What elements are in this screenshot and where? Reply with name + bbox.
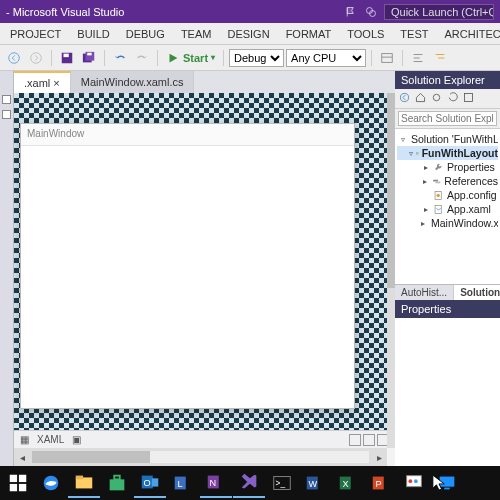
config-select[interactable]: Debug (229, 49, 284, 67)
redo-icon[interactable] (132, 49, 152, 67)
powerpoint-icon[interactable]: P (365, 468, 397, 498)
se-home-icon[interactable] (414, 91, 427, 106)
toolbox-icon (2, 95, 11, 104)
menu-debug[interactable]: DEBUG (120, 26, 171, 42)
solution-tree[interactable]: ▿ Solution 'FunWithLay ▿ C# FunWithLayou… (395, 129, 500, 284)
menu-architecture[interactable]: ARCHITECTURE (438, 26, 500, 42)
svg-text:X: X (343, 479, 349, 489)
quick-launch-input[interactable]: Quick Launch (Ctrl+Q) (384, 4, 494, 20)
nav-fwd-icon[interactable] (26, 49, 46, 67)
svg-point-25 (436, 193, 439, 196)
menu-build[interactable]: BUILD (71, 26, 115, 42)
vs-icon[interactable] (233, 468, 265, 498)
xaml-pane-label[interactable]: XAML (37, 434, 64, 445)
svg-rect-22 (433, 179, 438, 181)
feedback-icon[interactable] (364, 5, 378, 19)
tab-mainwindow-cs[interactable]: MainWindow.xaml.cs (71, 71, 195, 93)
notification-flag-icon[interactable] (344, 5, 358, 19)
csproj-icon: C# (416, 148, 419, 159)
svg-text:>_: >_ (276, 479, 286, 488)
start-button[interactable] (2, 468, 34, 498)
cmd-icon[interactable]: >_ (266, 468, 298, 498)
config-icon (433, 190, 444, 201)
tab-xaml[interactable]: .xaml × (14, 71, 71, 93)
title-bar: - Microsoft Visual Studio Quick Launch (… (0, 0, 500, 23)
appxaml-node[interactable]: ▸ App.xaml (397, 202, 498, 216)
svg-rect-35 (110, 479, 125, 490)
svg-rect-17 (464, 93, 472, 101)
xaml-icon (433, 204, 444, 215)
explorer-icon[interactable] (68, 468, 100, 498)
split-vertical-icon[interactable] (363, 434, 375, 446)
solution-explorer-toolbar (395, 89, 500, 109)
mainwindowxaml-node[interactable]: ▸ MainWindow.xa (397, 216, 498, 230)
onenote-icon[interactable]: N (200, 468, 232, 498)
project-node[interactable]: ▿ C# FunWithLayout (397, 146, 498, 160)
align-icon[interactable] (408, 49, 428, 67)
refs-icon (432, 176, 442, 187)
menu-tools[interactable]: TOOLS (341, 26, 390, 42)
solution-search-input[interactable] (398, 111, 497, 126)
nav-back-icon[interactable] (4, 49, 24, 67)
menu-format[interactable]: FORMAT (280, 26, 338, 42)
paint-icon[interactable] (398, 468, 430, 498)
v-scrollbar[interactable] (387, 93, 395, 448)
properties-panel[interactable] (395, 318, 500, 467)
se-back-icon[interactable] (398, 91, 411, 106)
svg-text:N: N (210, 478, 217, 488)
lync-icon[interactable]: L (167, 468, 199, 498)
properties-node[interactable]: ▸ Properties (397, 160, 498, 174)
svg-text:L: L (178, 479, 183, 489)
menu-design[interactable]: DESIGN (221, 26, 275, 42)
left-tool-strip[interactable] (0, 71, 14, 466)
menu-project[interactable]: PROJECT (4, 26, 67, 42)
word-icon[interactable]: W (299, 468, 331, 498)
svg-text:P: P (376, 479, 382, 489)
svg-text:C#: C# (417, 153, 419, 154)
panel-tab-solution[interactable]: Solution... (454, 285, 500, 300)
svg-rect-9 (382, 53, 393, 62)
app-title: - Microsoft Visual Studio (6, 6, 124, 18)
svg-rect-23 (435, 181, 440, 183)
excel-icon[interactable]: X (332, 468, 364, 498)
align2-icon[interactable] (430, 49, 450, 67)
solution-explorer-title: Solution Explorer (395, 71, 500, 89)
designer-window[interactable]: MainWindow (20, 123, 355, 409)
collapse-pane-icon[interactable]: ▣ (72, 434, 81, 445)
ie-icon[interactable] (35, 468, 67, 498)
properties-title: Properties (395, 300, 500, 318)
outlook-icon[interactable]: O (134, 468, 166, 498)
right-panel-tabs: AutoHist... Solution... T (395, 284, 500, 300)
svg-point-3 (31, 52, 42, 63)
start-debug-button[interactable]: Start ▾ (163, 49, 218, 67)
wrench-icon (433, 162, 444, 173)
svg-rect-31 (19, 484, 26, 491)
h-scrollbar[interactable]: ◂▸ (14, 448, 387, 466)
designer-footer-bar: ▦ XAML ▣ (14, 430, 395, 448)
svg-point-53 (409, 479, 413, 483)
se-sync-icon[interactable] (430, 91, 443, 106)
menu-test[interactable]: TEST (394, 26, 434, 42)
se-refresh-icon[interactable] (446, 91, 459, 106)
menu-team[interactable]: TEAM (175, 26, 218, 42)
menu-bar: PROJECT BUILD DEBUG TEAM DESIGN FORMAT T… (0, 23, 500, 45)
save-icon[interactable] (57, 49, 77, 67)
save-all-icon[interactable] (79, 49, 99, 67)
solution-node[interactable]: ▿ Solution 'FunWithLay (397, 132, 498, 146)
appconfig-node[interactable]: App.config (397, 188, 498, 202)
layout-icon[interactable] (377, 49, 397, 67)
designer-canvas[interactable]: MainWindow ▦ XAML ▣ ◂▸ (14, 93, 395, 466)
svg-rect-8 (87, 52, 91, 55)
svg-rect-5 (64, 53, 69, 57)
undo-icon[interactable] (110, 49, 130, 67)
main-toolbar: Start ▾ Debug Any CPU (0, 45, 500, 71)
svg-rect-28 (10, 475, 17, 482)
panel-tab-autohist[interactable]: AutoHist... (395, 285, 454, 300)
platform-select[interactable]: Any CPU (286, 49, 366, 67)
store-icon[interactable] (101, 468, 133, 498)
svg-text:O: O (144, 478, 151, 488)
se-collapse-icon[interactable] (462, 91, 475, 106)
split-horizontal-icon[interactable] (349, 434, 361, 446)
designer-grid-icon[interactable]: ▦ (20, 434, 29, 445)
references-node[interactable]: ▸ References (397, 174, 498, 188)
